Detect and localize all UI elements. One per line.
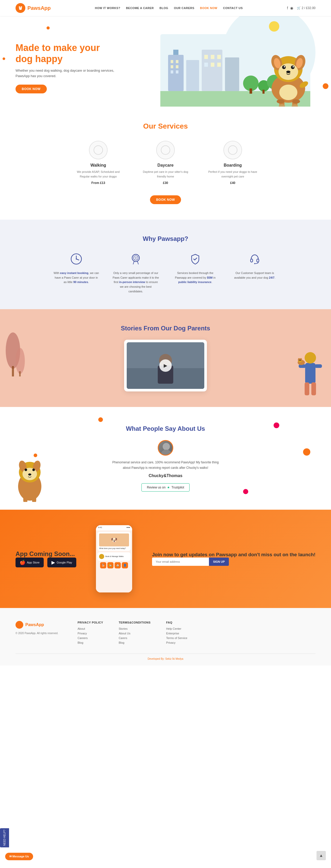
footer-link-careers[interactable]: Careers xyxy=(77,637,103,640)
trustpilot-button[interactable]: Review us on ★ Trustpilot xyxy=(141,483,190,492)
svg-rect-93 xyxy=(23,495,27,502)
svg-rect-19 xyxy=(176,65,178,68)
why-insurance-desc: Services booked through the Pawsapp are … xyxy=(172,271,219,285)
signup-button[interactable]: SIGN UP xyxy=(209,558,229,566)
nav-contact[interactable]: CONTACT US xyxy=(223,6,242,9)
corgi-left-illustration xyxy=(15,455,44,502)
app-coming-soon-title: App Coming Soon... xyxy=(15,550,76,558)
video-thumbnail: ▶ xyxy=(127,342,204,389)
service-walking: 🐕 Walking We provide ASAP, Scheduled and… xyxy=(72,141,124,185)
app-right: Join now to get updates on Pawsapp and d… xyxy=(152,552,316,566)
stories-section: Stories From Our Dog Parents xyxy=(0,309,331,407)
svg-text:🐕: 🐕 xyxy=(95,147,101,153)
svg-point-0 xyxy=(19,6,21,8)
phone-icon-home: 🏡 xyxy=(107,562,113,568)
svg-rect-17 xyxy=(176,60,178,63)
footer-col-privacy: PRIVACY POLICY About Privacy Careers Blo… xyxy=(77,621,103,646)
corgi-illustration xyxy=(261,47,316,106)
svg-rect-26 xyxy=(211,63,214,67)
footer-logo-col: PawsApp © 2020 PawsApp. All rights reser… xyxy=(15,621,62,646)
footer-top: PawsApp © 2020 PawsApp. All rights reser… xyxy=(15,621,316,646)
service-daycare-name: Daycare xyxy=(140,163,191,168)
phone-card-1: 🐶 What does your pup need today? xyxy=(98,532,131,551)
footer-link-about-us[interactable]: About Us xyxy=(119,632,151,635)
svg-point-91 xyxy=(32,469,35,471)
why-item-insurance: Services booked through the Pawsapp are … xyxy=(172,253,219,293)
footer-link-privacy[interactable]: Privacy xyxy=(77,632,103,635)
services-grid: 🐕 Walking We provide ASAP, Scheduled and… xyxy=(15,141,316,185)
footer-link-blog[interactable]: Blog xyxy=(77,641,103,644)
cart-total: 2 / £32.00 xyxy=(302,6,316,10)
logo[interactable]: PawsApp xyxy=(15,3,51,13)
app-left: App Coming Soon... 🍎 App Store ▶ Google … xyxy=(15,550,76,567)
footer-logo: PawsApp xyxy=(15,621,62,629)
footer-cols: PRIVACY POLICY About Privacy Careers Blo… xyxy=(77,621,316,646)
services-cta-button[interactable]: BOOK NOW xyxy=(150,195,181,204)
headset-icon xyxy=(231,253,278,267)
footer-bottom: Developed By: Sekiz İki Medya xyxy=(15,653,316,660)
footer-col-terms: TERMS&CONDITIONS Stories About Us Carers… xyxy=(119,621,151,646)
svg-point-44 xyxy=(279,85,297,100)
app-section: App Coming Soon... 🍎 App Store ▶ Google … xyxy=(0,510,331,608)
email-input[interactable] xyxy=(152,558,209,566)
svg-rect-11 xyxy=(250,89,252,94)
hero-cta-button[interactable]: BOOK NOW xyxy=(15,85,47,93)
service-daycare-price: £30 xyxy=(163,181,168,185)
footer-link-privacy2[interactable]: Privacy xyxy=(166,641,187,644)
nav-book-now[interactable]: BOOK NOW xyxy=(200,6,218,9)
svg-rect-22 xyxy=(204,55,208,59)
footer-link-tos[interactable]: Terms of Service xyxy=(166,637,187,640)
nav-how-it-works[interactable]: HOW IT WORKS? xyxy=(95,6,120,9)
reviewer-avatar xyxy=(158,440,173,456)
svg-rect-71 xyxy=(305,382,309,395)
services-section: Our Services 🐕 Walking We provide ASAP, … xyxy=(0,106,331,220)
footer-link-enterprise[interactable]: Enterprise xyxy=(166,632,187,635)
footer-link-blog2[interactable]: Blog xyxy=(119,641,151,644)
svg-rect-68 xyxy=(19,371,21,376)
play-button[interactable]: ▶ xyxy=(159,359,172,372)
app-store-button[interactable]: 🍎 App Store xyxy=(15,558,44,567)
instagram-icon[interactable]: ◉ xyxy=(290,6,293,10)
svg-point-1 xyxy=(21,6,22,8)
svg-point-96 xyxy=(161,450,171,456)
svg-point-37 xyxy=(284,66,285,67)
email-signup-row: SIGN UP xyxy=(152,558,316,566)
svg-point-46 xyxy=(277,99,285,103)
why-item-support: Our Customer Support team is available y… xyxy=(231,253,278,293)
dot-decoration xyxy=(46,26,49,30)
video-box: ▶ xyxy=(124,340,207,392)
svg-point-57 xyxy=(76,258,77,259)
footer-link-stories[interactable]: Stories xyxy=(119,627,151,630)
svg-rect-9 xyxy=(225,57,239,91)
person-illustration xyxy=(297,345,323,402)
cart[interactable]: 🛒 2 / £32.00 xyxy=(297,6,316,10)
svg-line-60 xyxy=(133,261,134,264)
nav-become-carer[interactable]: BECOME A CARER xyxy=(126,6,154,9)
svg-rect-7 xyxy=(186,60,199,91)
hero-title: Made to make your dog happy xyxy=(15,42,124,64)
boarding-icon: 🏠 xyxy=(224,141,242,159)
svg-rect-72 xyxy=(311,382,316,395)
svg-rect-20 xyxy=(171,70,173,73)
nav-social: f ◉ xyxy=(287,6,293,10)
phone-card-image: 🐶 xyxy=(99,533,129,547)
testimonials-section: What People Say About Us Phenomenal serv… xyxy=(0,407,331,510)
footer-link-carers[interactable]: Carers xyxy=(119,637,151,640)
svg-point-35 xyxy=(282,65,286,69)
svg-point-36 xyxy=(291,65,295,69)
paws-svg xyxy=(18,5,23,11)
facebook-icon[interactable]: f xyxy=(287,6,288,10)
service-boarding: 🏠 Boarding Perfect if you need your dogg… xyxy=(207,141,259,185)
cart-icon: 🛒 xyxy=(297,6,301,10)
nav-our-carers[interactable]: OUR CARERS xyxy=(174,6,195,9)
footer-link-help[interactable]: Help Center xyxy=(166,627,187,630)
footer-developer-name: Sekiz İki Medya xyxy=(165,657,183,660)
hero-section: Made to make your dog happy Whether you … xyxy=(0,16,331,106)
svg-rect-21 xyxy=(176,70,178,73)
tree-left-illustration xyxy=(5,330,26,376)
nav-blog[interactable]: BLOG xyxy=(160,6,168,9)
google-play-button[interactable]: ▶ Google Play xyxy=(47,558,76,567)
phone-mockup: 9:41 ●●● 🐶 What does your pup need today… xyxy=(96,525,132,592)
footer-copyright: © 2020 PawsApp. All rights reserved. xyxy=(15,632,62,634)
footer-link-about[interactable]: About xyxy=(77,627,103,630)
